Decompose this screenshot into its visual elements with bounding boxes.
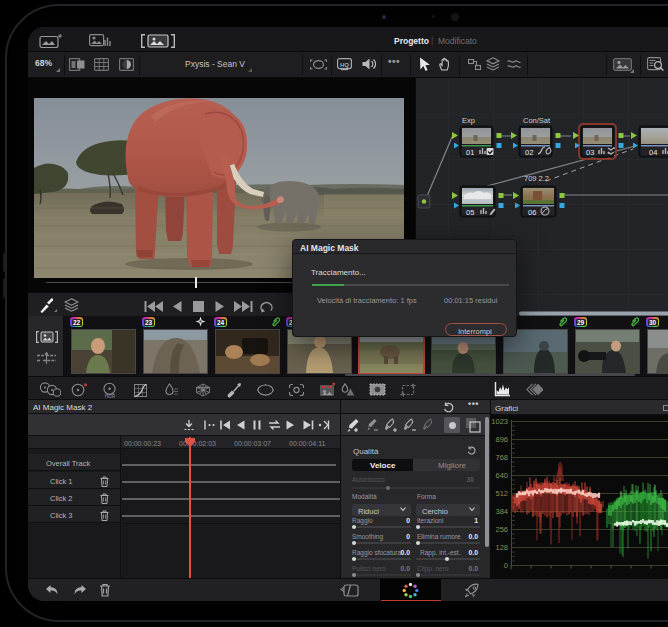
svg-text:Exp: Exp <box>462 116 475 125</box>
svg-text:01: 01 <box>466 148 474 157</box>
svg-text:128: 128 <box>495 543 508 552</box>
svg-text:0: 0 <box>504 561 508 570</box>
svg-text:640: 640 <box>495 471 508 480</box>
svg-text:06: 06 <box>528 208 536 217</box>
svg-text:04: 04 <box>649 148 657 157</box>
svg-text:02: 02 <box>525 148 533 157</box>
svg-text:768: 768 <box>495 453 508 462</box>
svg-text:05: 05 <box>466 208 474 217</box>
svg-text:Con/Sat: Con/Sat <box>523 116 551 125</box>
svg-text:384: 384 <box>495 507 508 516</box>
svg-text:709 2.2: 709 2.2 <box>524 174 549 183</box>
svg-text:896: 896 <box>495 435 508 444</box>
svg-text:1023: 1023 <box>491 417 508 426</box>
svg-text:HDR: HDR <box>105 394 116 399</box>
svg-text:HQ: HQ <box>340 62 349 68</box>
svg-text:512: 512 <box>495 489 508 498</box>
svg-text:256: 256 <box>495 525 508 534</box>
svg-text:03: 03 <box>586 148 594 157</box>
